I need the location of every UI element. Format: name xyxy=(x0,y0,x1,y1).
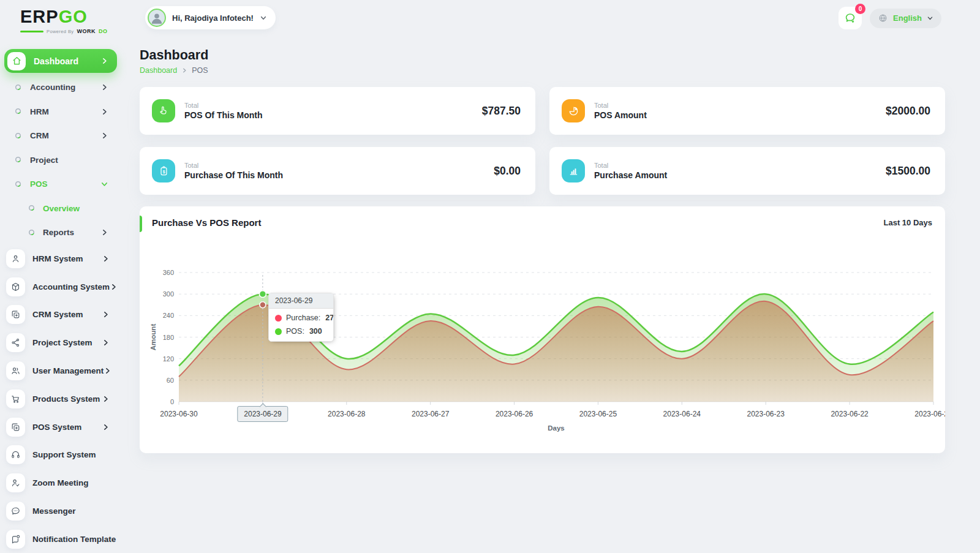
cart-icon xyxy=(6,389,25,408)
stat-text: Total Purchase Amount xyxy=(594,162,667,180)
chevron-right-icon xyxy=(100,228,108,236)
sidebar-item-accounting[interactable]: Accounting xyxy=(0,75,121,100)
avatar xyxy=(148,9,166,27)
sidebar-item-support-system[interactable]: Support System xyxy=(0,441,121,469)
stat-kicker: Total xyxy=(184,162,283,169)
sidebar-item-notification-template[interactable]: Notification Template xyxy=(0,525,121,553)
language-selector[interactable]: English xyxy=(870,9,941,28)
svg-text:2023-06-27: 2023-06-27 xyxy=(412,410,450,418)
tooltip-date: 2023-06-29 xyxy=(269,293,333,309)
sidebar-item-hrm-system[interactable]: HRM System xyxy=(0,245,121,273)
sidebar-item-project-system[interactable]: Project System xyxy=(0,329,121,357)
topbar-actions: 0 English xyxy=(839,7,941,29)
chevron-down-icon xyxy=(100,180,108,188)
sidebar-item-label: CRM xyxy=(30,131,49,140)
sidebar-item-user-management[interactable]: User Management xyxy=(0,357,121,385)
home-icon xyxy=(7,52,26,70)
chevron-down-icon xyxy=(260,14,267,21)
stat-name: POS Amount xyxy=(594,110,647,120)
series-dot-icon xyxy=(275,315,282,322)
tooltip-row-pos: POS: 300 xyxy=(269,322,333,341)
stat-name: POS Of This Month xyxy=(184,110,263,120)
svg-text:2023-06-22: 2023-06-22 xyxy=(831,410,869,418)
sidebar-item-pos-system[interactable]: POS System xyxy=(0,413,121,441)
user-check-icon xyxy=(6,473,25,492)
app-logo: ERPGO Powered By WORKDO xyxy=(0,0,121,34)
logo-workdo-work: WORK xyxy=(77,28,96,34)
chat-dots-icon xyxy=(6,502,25,521)
bullet-icon xyxy=(15,130,21,141)
share-icon xyxy=(6,333,25,352)
chevron-right-icon xyxy=(102,310,110,318)
chevron-right-icon xyxy=(104,367,111,375)
sidebar-item-crm[interactable]: CRM xyxy=(0,124,121,148)
sidebar-item-label: CRM System xyxy=(32,310,83,319)
svg-text:Days: Days xyxy=(548,424,565,432)
main-content: Dashboard Dashboard POS Total POS Of Thi… xyxy=(140,44,945,453)
bullet-icon xyxy=(28,203,35,214)
bullet-icon xyxy=(28,227,35,238)
pie-icon xyxy=(562,99,585,122)
chevron-right-icon xyxy=(102,395,110,403)
chevron-right-icon xyxy=(100,57,108,65)
sidebar-item-pos[interactable]: POS xyxy=(0,172,121,197)
breadcrumb-dashboard-link[interactable]: Dashboard xyxy=(140,66,177,75)
svg-text:2023-06-21: 2023-06-21 xyxy=(914,410,945,418)
user-greeting: Hi, Rajodiya Infotech! xyxy=(172,13,254,23)
stat-text: Total Purchase Of This Month xyxy=(184,162,283,180)
sidebar-item-hrm[interactable]: HRM xyxy=(0,100,121,124)
chevron-right-icon xyxy=(110,283,118,291)
breadcrumb: Dashboard POS xyxy=(140,66,945,75)
users-icon xyxy=(6,361,25,380)
svg-text:$: $ xyxy=(162,169,165,174)
sidebar-subitem-overview[interactable]: Overview xyxy=(0,197,121,221)
sidebar-item-accounting-system[interactable]: Accounting System xyxy=(0,273,121,301)
user-menu[interactable]: Hi, Rajodiya Infotech! xyxy=(145,6,276,29)
sidebar-item-crm-system[interactable]: CRM System xyxy=(0,301,121,329)
breadcrumb-separator-icon xyxy=(181,67,187,73)
notification-count-badge: 0 xyxy=(855,4,865,14)
svg-text:0: 0 xyxy=(170,398,174,405)
stat-value: $0.00 xyxy=(494,165,521,178)
tooltip-series-label: POS: xyxy=(286,327,304,336)
bullet-icon xyxy=(15,106,21,117)
svg-text:300: 300 xyxy=(163,290,174,298)
sidebar-subitem-reports[interactable]: Reports xyxy=(0,220,121,245)
sidebar-subitem-label: Overview xyxy=(43,204,80,213)
sidebar-nav: Accounting HRM CRM Project POS Overview … xyxy=(0,75,121,553)
stat-value: $1500.00 xyxy=(886,165,930,178)
sidebar-item-products-system[interactable]: Products System xyxy=(0,385,121,413)
logo-go-text: GO xyxy=(59,7,88,26)
stat-name: Purchase Of This Month xyxy=(184,170,283,180)
tooltip-row-purchase: Purchase: 270 xyxy=(269,309,333,322)
sidebar-item-project[interactable]: Project xyxy=(0,148,121,173)
tooltip-series-value: 270 xyxy=(325,314,334,322)
notification-icon xyxy=(6,530,25,549)
stat-card-pos-amount: Total POS Amount $2000.00 xyxy=(549,87,945,135)
xaxis-tooltip: 2023-06-29 xyxy=(237,406,288,422)
sidebar-item-label: Project System xyxy=(32,338,92,347)
sidebar-item-label: POS System xyxy=(32,423,81,432)
stat-card-pos-of-this-month: Total POS Of This Month $787.50 xyxy=(140,87,535,135)
notifications-button[interactable]: 0 xyxy=(839,7,862,29)
copy-plus-icon xyxy=(6,418,25,437)
bullet-icon xyxy=(15,154,21,165)
sidebar-dashboard-label: Dashboard xyxy=(34,56,78,66)
chat-bubble-icon xyxy=(843,12,857,25)
svg-text:180: 180 xyxy=(163,334,174,341)
logo-wordmark: ERPGO xyxy=(20,8,121,26)
svg-text:2023-06-30: 2023-06-30 xyxy=(160,410,198,418)
topbar: Hi, Rajodiya Infotech! 0 English xyxy=(121,0,980,36)
svg-text:2023-06-25: 2023-06-25 xyxy=(579,410,617,418)
sidebar-item-zoom-meeting[interactable]: Zoom Meeting xyxy=(0,469,121,497)
sidebar-item-dashboard[interactable]: Dashboard xyxy=(4,49,117,73)
sidebar-item-label: POS xyxy=(30,179,48,189)
logo-powered-by: Powered By xyxy=(47,29,74,34)
chevron-right-icon xyxy=(100,108,108,116)
sidebar-item-messenger[interactable]: Messenger xyxy=(0,497,121,525)
logo-erp-text: ERP xyxy=(20,7,59,26)
copy-plus-icon xyxy=(6,305,25,324)
sidebar-item-label: User Management xyxy=(32,366,104,375)
package-icon xyxy=(6,277,25,296)
stat-value: $787.50 xyxy=(482,105,521,118)
